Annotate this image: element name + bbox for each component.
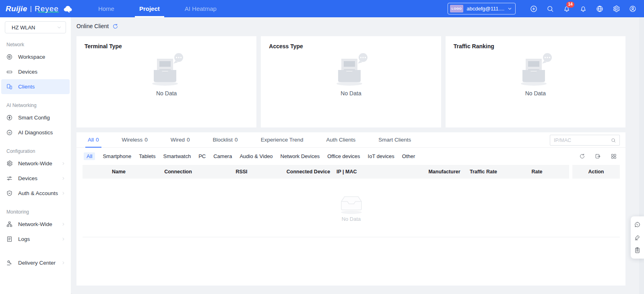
brand-logo[interactable]: Ruijie | Reyee xyxy=(6,4,74,13)
tab-wired[interactable]: Wired 0 xyxy=(171,132,190,147)
chevron-right-icon xyxy=(61,237,66,241)
chevron-right-icon xyxy=(61,161,66,166)
page-title: Online Client xyxy=(76,23,109,29)
tab-blocklist[interactable]: Blocklist 0 xyxy=(213,132,238,147)
sidebar-item-config-network-wide[interactable]: Network-Wide xyxy=(1,156,70,171)
tab-count: 0 xyxy=(187,137,190,143)
network-select-value: HZ WLAN xyxy=(12,25,35,31)
card-traffic-ranking: Traffic Ranking No Data xyxy=(446,36,625,127)
whatsapp-icon[interactable] xyxy=(634,221,641,228)
col-ip-mac: IP | MAC xyxy=(335,169,427,175)
navbar-actions: LOGO abcdefg@111.... 14 xyxy=(448,3,637,14)
col-connection: Connection xyxy=(155,169,201,175)
card-title: Traffic Ranking xyxy=(454,43,617,49)
card-access-type: Access Type No Data xyxy=(261,36,441,127)
sidebar-item-monitor-network-wide[interactable]: Network-Wide xyxy=(1,217,70,232)
filter-pc[interactable]: PC xyxy=(198,153,206,159)
filter-smartphone[interactable]: Smartphone xyxy=(103,153,131,159)
filter-audio-video[interactable]: Audio & Video xyxy=(239,153,272,159)
ai-diagnostics-icon: AI xyxy=(6,129,13,136)
search-icon[interactable] xyxy=(611,138,616,143)
sidebar-item-config-devices[interactable]: Devices xyxy=(1,171,70,186)
plus-circle-icon[interactable] xyxy=(530,5,538,13)
workspace-icon xyxy=(6,53,13,60)
tab-count: 0 xyxy=(144,137,148,143)
notes-icon[interactable] xyxy=(634,247,641,254)
account-logo-badge: LOGO xyxy=(450,5,464,12)
export-icon[interactable] xyxy=(595,153,601,159)
filter-network-devices[interactable]: Network Devices xyxy=(281,153,320,159)
col-rate: Rate xyxy=(505,169,569,175)
feedback-pen-icon[interactable] xyxy=(634,234,641,241)
search-icon[interactable] xyxy=(546,5,554,13)
brand-divider: | xyxy=(30,5,32,13)
table-toolbar xyxy=(579,153,617,159)
clients-icon xyxy=(6,83,13,90)
sidebar: HZ WLAN Network Workspace Devices Client… xyxy=(0,17,71,294)
brand-ruijie: Ruijie xyxy=(6,4,27,13)
tab-auth-clients[interactable]: Auth Clients xyxy=(326,132,355,147)
alarm-bell-icon[interactable]: 14 xyxy=(563,5,571,13)
no-data-illustration xyxy=(332,52,370,87)
section-label-ai-networking: AI Networking xyxy=(6,103,71,108)
no-data-text: No Data xyxy=(341,90,361,97)
filter-all[interactable]: All xyxy=(84,152,95,160)
topology-icon xyxy=(6,221,13,228)
filter-office-devices[interactable]: Office devices xyxy=(327,153,360,159)
sliders-icon xyxy=(6,175,13,182)
empty-state: No Data xyxy=(446,52,625,97)
filter-iot-devices[interactable]: IoT devices xyxy=(368,153,394,159)
cloud-r-icon xyxy=(63,4,74,13)
clients-tabs: All 0 Wireless 0 Wired 0 Blocklist 0 Exp… xyxy=(76,132,625,148)
svg-text:AI: AI xyxy=(8,132,11,134)
user-icon[interactable] xyxy=(629,5,637,13)
col-name: Name xyxy=(83,169,155,175)
floating-support-toolbar xyxy=(631,216,644,259)
tab-smart-clients[interactable]: Smart Clients xyxy=(378,132,411,147)
tab-count: 0 xyxy=(96,137,99,143)
search-input[interactable] xyxy=(554,138,611,143)
tab-count: 0 xyxy=(235,137,238,143)
breadcrumb: Online Client xyxy=(71,17,644,35)
refresh-icon[interactable] xyxy=(579,153,585,159)
card-title: Access Type xyxy=(269,43,433,49)
globe-icon[interactable] xyxy=(596,5,604,13)
filter-other[interactable]: Other xyxy=(402,153,415,159)
sidebar-item-delivery-center[interactable]: Delivery Center xyxy=(1,255,70,270)
sidebar-item-logs[interactable]: Logs xyxy=(1,232,70,247)
shield-icon xyxy=(6,190,13,197)
sidebar-item-clients[interactable]: Clients xyxy=(1,79,70,94)
filter-tablets[interactable]: Tablets xyxy=(139,153,155,159)
account-selector[interactable]: LOGO abcdefg@111.... xyxy=(448,3,516,14)
network-select[interactable]: HZ WLAN xyxy=(5,21,66,33)
col-rssi: RSSI xyxy=(201,169,282,175)
section-label-monitoring: Monitoring xyxy=(6,209,71,215)
sidebar-item-smart-config[interactable]: Smart Config xyxy=(1,110,70,125)
nav-tab-project[interactable]: Project xyxy=(137,0,162,17)
filter-smartwatch[interactable]: Smartwatch xyxy=(163,153,191,159)
nav-tab-ai-heatmap[interactable]: AI Heatmap xyxy=(183,0,219,17)
summary-cards: Terminal Type No Data Access Type xyxy=(76,36,625,127)
main-nav: Home Project AI Heatmap xyxy=(96,0,219,17)
refresh-icon[interactable] xyxy=(112,23,118,29)
nav-tab-home[interactable]: Home xyxy=(96,0,116,17)
chevron-right-icon xyxy=(61,191,66,195)
sidebar-item-ai-diagnostics[interactable]: AI AI Diagnostics xyxy=(1,125,70,140)
device-filter-row: All Smartphone Tablets Smartwatch PC Cam… xyxy=(76,148,625,164)
gear-icon[interactable] xyxy=(612,5,620,13)
chevron-right-icon xyxy=(61,176,66,181)
sidebar-item-devices[interactable]: Devices xyxy=(1,64,70,79)
empty-box-icon xyxy=(338,193,365,214)
filter-camera[interactable]: Camera xyxy=(213,153,232,159)
chevron-right-icon xyxy=(61,261,66,265)
sidebar-item-auth-accounts[interactable]: Auth & Accounts xyxy=(1,186,70,201)
sidebar-item-workspace[interactable]: Workspace xyxy=(1,49,70,64)
bell-icon[interactable] xyxy=(579,5,587,13)
no-data-illustration xyxy=(516,52,555,87)
column-settings-icon[interactable] xyxy=(611,153,617,159)
tab-all[interactable]: All 0 xyxy=(88,132,99,147)
tab-experience-trend[interactable]: Experience Trend xyxy=(261,132,303,147)
tab-wireless[interactable]: Wireless 0 xyxy=(122,132,148,147)
clients-panel: All 0 Wireless 0 Wired 0 Blocklist 0 Exp… xyxy=(76,132,625,286)
no-data-illustration xyxy=(147,52,186,87)
